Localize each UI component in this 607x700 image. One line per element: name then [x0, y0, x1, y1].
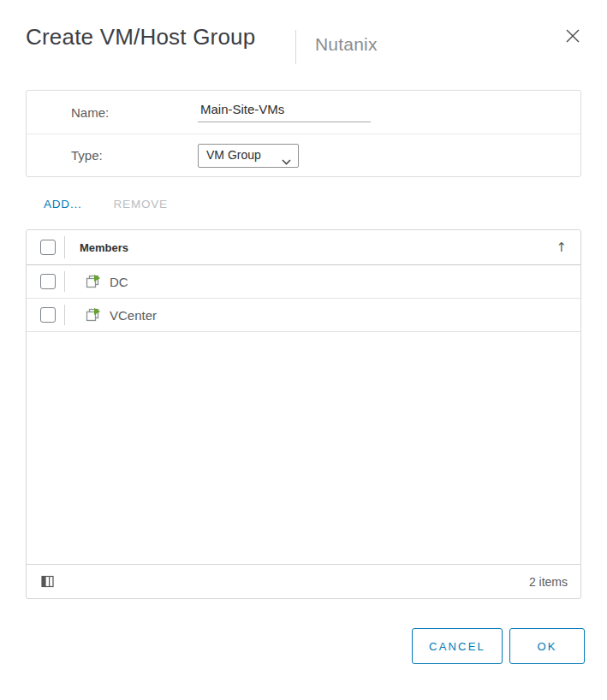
vm-icon	[85, 308, 101, 323]
select-all-checkbox[interactable]	[40, 240, 56, 255]
table-row[interactable]: VCenter	[27, 299, 580, 332]
column-separator	[64, 305, 65, 325]
column-separator	[64, 236, 65, 258]
type-row: Type: VM Group	[27, 133, 580, 176]
members-column-header[interactable]: Members	[80, 241, 128, 254]
members-toolbar: ADD... REMOVE	[26, 198, 581, 211]
vm-icon	[85, 275, 101, 289]
column-separator	[64, 271, 65, 292]
type-select-wrap: VM Group	[198, 144, 299, 168]
dialog-subtitle: Nutanix	[315, 34, 378, 55]
page-title: Create VM/Host Group	[26, 24, 280, 50]
create-vm-host-group-dialog: Create VM/Host Group Nutanix Name: Type:…	[0, 0, 607, 700]
cancel-button[interactable]: CANCEL	[412, 628, 503, 664]
group-form: Name: Type: VM Group	[26, 90, 581, 177]
remove-button[interactable]: REMOVE	[114, 198, 168, 211]
type-select[interactable]: VM Group	[198, 144, 299, 168]
row-checkbox[interactable]	[40, 307, 56, 323]
member-name: DC	[110, 275, 128, 289]
table-header-row: Members ↑	[27, 230, 580, 265]
table-empty-area	[27, 332, 580, 564]
name-input[interactable]	[198, 102, 371, 122]
close-icon[interactable]	[564, 27, 581, 44]
title-divider	[295, 30, 296, 64]
name-label: Name:	[71, 105, 198, 120]
items-count: 2 items	[529, 575, 568, 589]
members-table: Members ↑ DC	[26, 229, 581, 599]
name-row: Name:	[27, 91, 580, 133]
table-row[interactable]: DC	[27, 265, 580, 299]
type-label: Type:	[71, 148, 198, 163]
add-button[interactable]: ADD...	[44, 198, 82, 211]
dialog-header: Create VM/Host Group Nutanix	[26, 24, 581, 64]
row-checkbox[interactable]	[40, 274, 56, 289]
ok-button[interactable]: OK	[509, 628, 585, 664]
dialog-actions: CANCEL OK	[26, 628, 585, 664]
table-footer: 2 items	[27, 564, 580, 598]
column-settings-icon[interactable]	[41, 575, 54, 588]
sort-ascending-icon[interactable]: ↑	[556, 240, 567, 255]
member-name: VCenter	[110, 308, 157, 323]
